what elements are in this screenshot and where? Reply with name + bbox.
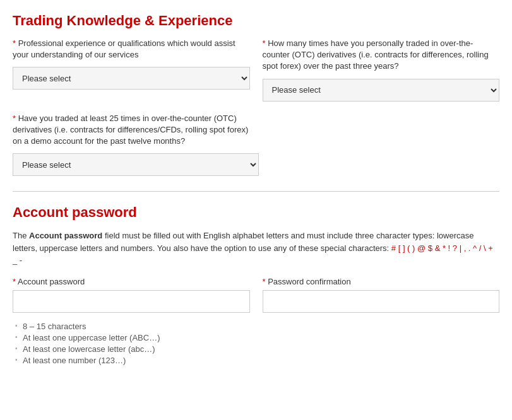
requirement-item: At least one number (123…) xyxy=(13,356,499,365)
password-confirmation-label: * Password confirmation xyxy=(263,277,500,286)
requirement-item: At least one uppercase letter (ABC…) xyxy=(13,333,499,342)
account-password-input[interactable] xyxy=(13,290,250,313)
section-divider xyxy=(13,191,499,192)
password-section-title: Account password xyxy=(13,204,499,221)
account-password-field: * Account password xyxy=(13,277,250,313)
requirement-item: At least one lowercase letter (abc…) xyxy=(13,344,499,354)
field1-label: * Professional experience or qualificati… xyxy=(13,38,250,61)
password-description: The Account password field must be fille… xyxy=(13,230,499,267)
password-requirements: 8 – 15 charactersAt least one uppercase … xyxy=(13,322,499,365)
password-confirmation-field: * Password confirmation xyxy=(263,277,500,313)
requirement-item: 8 – 15 characters xyxy=(13,322,499,331)
password-confirmation-input[interactable] xyxy=(263,290,500,313)
password-fields-container: * Account password * Password confirmati… xyxy=(13,277,499,313)
account-password-label: * Account password xyxy=(13,277,250,286)
otc-trades-select[interactable]: Please select xyxy=(263,79,500,102)
professional-experience-select[interactable]: Please select xyxy=(13,67,250,90)
trading-section-title: Trading Knowledge & Experience xyxy=(13,13,499,29)
demo-account-select[interactable]: Please select xyxy=(13,153,259,176)
password-section: Account password The Account password fi… xyxy=(13,204,499,365)
field3-label: * Have you traded at least 25 times in o… xyxy=(13,113,259,148)
field2-label: * How many times have you personally tra… xyxy=(263,38,500,73)
